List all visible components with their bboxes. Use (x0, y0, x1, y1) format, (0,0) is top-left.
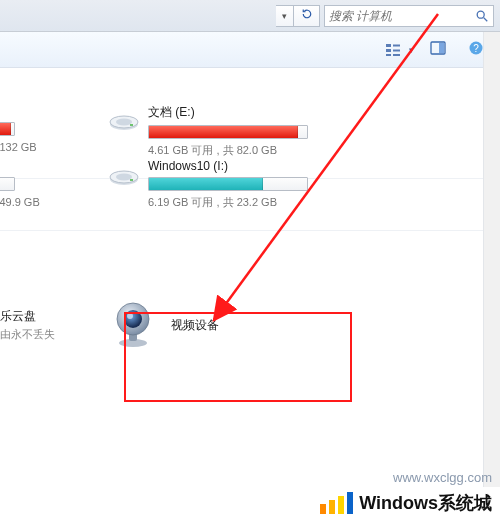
refresh-button[interactable] (294, 5, 320, 27)
svg-rect-9 (439, 43, 444, 53)
svg-point-14 (116, 119, 132, 126)
svg-rect-19 (130, 179, 133, 181)
video-device-label: 视频设备 (171, 317, 219, 334)
content-pane: ) 3 可用 , 共 132 GB 文档 (E:) 4.61 GB 可用 , 共… (0, 68, 500, 389)
capacity-text: 6.19 GB 可用 , 共 23.2 GB (148, 195, 308, 210)
search-icon (475, 9, 489, 26)
search-input[interactable] (329, 9, 489, 23)
search-box[interactable] (324, 5, 494, 27)
drive-name: 文档 (E:) (148, 104, 308, 121)
svg-rect-2 (386, 44, 391, 47)
chevron-down-icon: ▾ (282, 11, 287, 21)
address-bar: ▾ (0, 0, 500, 32)
cloud-name: 乐云盘 (0, 308, 55, 325)
capacity-bar (148, 125, 308, 139)
drive-item[interactable]: ) 3 可用 , 共 132 GB (0, 104, 63, 158)
svg-text:?: ? (473, 43, 479, 54)
cloud-subtitle: 由永不丢失 (0, 327, 55, 342)
drive-name: Windows10 (I:) (148, 159, 308, 173)
devices-row: 乐云盘 由永不丢失 (0, 231, 500, 389)
svg-rect-4 (386, 54, 391, 56)
svg-line-1 (484, 17, 488, 21)
chevron-down-icon: ▾ (409, 45, 414, 55)
watermark: Windows系统城 (0, 487, 500, 519)
path-dropdown-button[interactable]: ▾ (276, 5, 294, 27)
help-icon: ? (468, 40, 484, 59)
watermark-text: Windows系统城 (359, 491, 492, 515)
svg-rect-15 (130, 124, 133, 126)
hard-drive-icon (108, 104, 140, 132)
watermark-url: www.wxclgg.com (393, 470, 492, 485)
cloud-drive-item[interactable]: 乐云盘 由永不丢失 (0, 308, 55, 342)
capacity-bar (0, 177, 15, 191)
capacity-bar (148, 177, 308, 191)
preview-pane-icon (430, 40, 446, 59)
drive-name: (H:) (0, 159, 63, 173)
watermark-logo-icon (320, 492, 353, 514)
hard-drive-icon (108, 159, 140, 187)
capacity-bar (0, 122, 15, 136)
toolbar: ▾ ? (0, 32, 500, 68)
vertical-scrollbar[interactable] (483, 32, 500, 487)
svg-rect-3 (386, 49, 391, 52)
capacity-text: 3 可用 , 共 49.9 GB (0, 195, 63, 210)
preview-pane-button[interactable] (424, 39, 452, 61)
capacity-text: 4.61 GB 可用 , 共 82.0 GB (148, 143, 308, 158)
svg-point-0 (477, 11, 484, 18)
svg-point-18 (116, 174, 132, 181)
svg-point-24 (127, 313, 133, 319)
drive-item[interactable]: Windows10 (I:) 6.19 GB 可用 , 共 23.2 GB (108, 159, 308, 210)
drive-item[interactable]: 文档 (E:) 4.61 GB 可用 , 共 82.0 GB (108, 104, 308, 158)
video-device-item[interactable]: 视频设备 (95, 291, 259, 359)
drive-item[interactable]: (H:) 3 可用 , 共 49.9 GB (0, 159, 63, 210)
capacity-text: 3 可用 , 共 132 GB (0, 140, 63, 155)
view-options-button[interactable]: ▾ (379, 39, 414, 61)
view-icon (379, 39, 407, 61)
svg-point-23 (124, 310, 142, 328)
refresh-icon (301, 8, 313, 23)
drives-row-2: (H:) 3 可用 , 共 49.9 GB Windows10 (I:) 6.1… (0, 159, 500, 231)
drive-name: ) (0, 104, 63, 118)
webcam-icon (109, 301, 157, 349)
